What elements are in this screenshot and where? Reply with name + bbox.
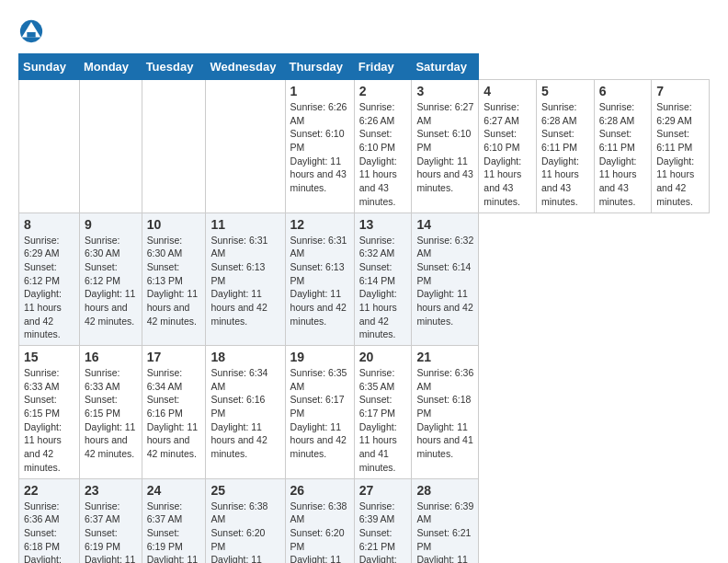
calendar-week-row: 15Sunrise: 6:33 AMSunset: 6:15 PMDayligh… (19, 346, 710, 479)
calendar-cell (19, 80, 80, 213)
day-info: Sunrise: 6:32 AMSunset: 6:14 PMDaylight:… (416, 234, 473, 328)
calendar-cell: 1Sunrise: 6:26 AMSunset: 6:10 PMDaylight… (285, 80, 354, 213)
day-info: Sunrise: 6:35 AMSunset: 6:17 PMDaylight:… (359, 366, 407, 475)
logo (18, 18, 46, 44)
day-info: Sunrise: 6:27 AMSunset: 6:10 PMDaylight:… (416, 100, 473, 195)
day-number: 24 (147, 483, 201, 498)
calendar-cell: 8Sunrise: 6:29 AMSunset: 6:12 PMDaylight… (19, 213, 80, 346)
calendar-week-row: 1Sunrise: 6:26 AMSunset: 6:10 PMDaylight… (19, 80, 710, 213)
day-number: 2 (359, 84, 407, 98)
day-info: Sunrise: 6:28 AMSunset: 6:11 PMDaylight:… (599, 100, 647, 209)
calendar-cell: 6Sunrise: 6:28 AMSunset: 6:11 PMDaylight… (594, 80, 652, 213)
day-info: Sunrise: 6:38 AMSunset: 6:20 PMDaylight:… (210, 500, 279, 564)
day-number: 9 (85, 217, 137, 232)
weekday-header: Saturday (412, 54, 479, 80)
calendar-cell: 17Sunrise: 6:34 AMSunset: 6:16 PMDayligh… (142, 346, 206, 479)
calendar-cell: 25Sunrise: 6:38 AMSunset: 6:20 PMDayligh… (206, 478, 285, 563)
day-info: Sunrise: 6:28 AMSunset: 6:11 PMDaylight:… (541, 100, 589, 209)
calendar-cell (206, 80, 285, 213)
day-info: Sunrise: 6:34 AMSunset: 6:16 PMDaylight:… (147, 366, 201, 461)
day-info: Sunrise: 6:30 AMSunset: 6:13 PMDaylight:… (147, 234, 201, 328)
day-number: 11 (210, 217, 279, 232)
calendar-cell (142, 80, 206, 213)
calendar-cell: 22Sunrise: 6:36 AMSunset: 6:18 PMDayligh… (19, 478, 80, 563)
day-info: Sunrise: 6:31 AMSunset: 6:13 PMDaylight:… (290, 234, 349, 328)
svg-rect-2 (27, 32, 35, 38)
day-info: Sunrise: 6:29 AMSunset: 6:12 PMDaylight:… (24, 234, 74, 342)
day-number: 15 (24, 350, 74, 364)
day-info: Sunrise: 6:33 AMSunset: 6:15 PMDaylight:… (85, 366, 137, 461)
calendar-cell: 18Sunrise: 6:34 AMSunset: 6:16 PMDayligh… (206, 346, 285, 479)
day-number: 21 (416, 350, 473, 364)
calendar-cell: 4Sunrise: 6:27 AMSunset: 6:10 PMDaylight… (479, 80, 537, 213)
calendar-table: SundayMondayTuesdayWednesdayThursdayFrid… (18, 53, 710, 563)
calendar-cell: 15Sunrise: 6:33 AMSunset: 6:15 PMDayligh… (19, 346, 80, 479)
day-info: Sunrise: 6:37 AMSunset: 6:19 PMDaylight:… (85, 500, 137, 564)
calendar-cell: 23Sunrise: 6:37 AMSunset: 6:19 PMDayligh… (79, 478, 142, 563)
day-number: 23 (85, 483, 137, 498)
day-number: 17 (147, 350, 201, 364)
calendar-cell: 24Sunrise: 6:37 AMSunset: 6:19 PMDayligh… (142, 478, 206, 563)
calendar-cell: 7Sunrise: 6:29 AMSunset: 6:11 PMDaylight… (652, 80, 710, 213)
day-info: Sunrise: 6:26 AMSunset: 6:10 PMDaylight:… (290, 100, 349, 195)
calendar-week-row: 22Sunrise: 6:36 AMSunset: 6:18 PMDayligh… (19, 478, 710, 563)
calendar-cell: 2Sunrise: 6:26 AMSunset: 6:10 PMDaylight… (354, 80, 412, 213)
day-number: 5 (541, 84, 589, 98)
day-number: 20 (359, 350, 407, 364)
day-number: 7 (656, 84, 704, 98)
weekday-header: Tuesday (142, 54, 206, 80)
day-number: 16 (85, 350, 137, 364)
calendar-cell: 21Sunrise: 6:36 AMSunset: 6:18 PMDayligh… (412, 346, 479, 479)
day-info: Sunrise: 6:32 AMSunset: 6:14 PMDaylight:… (359, 234, 407, 342)
day-number: 8 (24, 217, 74, 232)
day-info: Sunrise: 6:37 AMSunset: 6:19 PMDaylight:… (147, 500, 201, 564)
day-info: Sunrise: 6:33 AMSunset: 6:15 PMDaylight:… (24, 366, 74, 475)
day-number: 27 (359, 483, 407, 498)
calendar-cell: 20Sunrise: 6:35 AMSunset: 6:17 PMDayligh… (354, 346, 412, 479)
calendar-cell: 16Sunrise: 6:33 AMSunset: 6:15 PMDayligh… (79, 346, 142, 479)
calendar-cell: 27Sunrise: 6:39 AMSunset: 6:21 PMDayligh… (354, 478, 412, 563)
day-info: Sunrise: 6:36 AMSunset: 6:18 PMDaylight:… (24, 500, 74, 564)
day-info: Sunrise: 6:26 AMSunset: 6:10 PMDaylight:… (359, 100, 407, 209)
day-number: 3 (416, 84, 473, 98)
day-number: 26 (290, 483, 349, 498)
day-number: 19 (290, 350, 349, 364)
day-info: Sunrise: 6:27 AMSunset: 6:10 PMDaylight:… (483, 100, 531, 209)
day-number: 18 (210, 350, 279, 364)
page-header (18, 18, 710, 44)
calendar-cell: 28Sunrise: 6:39 AMSunset: 6:21 PMDayligh… (412, 478, 479, 563)
day-info: Sunrise: 6:39 AMSunset: 6:21 PMDaylight:… (416, 500, 473, 564)
day-number: 13 (359, 217, 407, 232)
day-info: Sunrise: 6:34 AMSunset: 6:16 PMDaylight:… (210, 366, 279, 461)
day-info: Sunrise: 6:31 AMSunset: 6:13 PMDaylight:… (210, 234, 279, 328)
day-info: Sunrise: 6:39 AMSunset: 6:21 PMDaylight:… (359, 500, 407, 564)
calendar-cell: 12Sunrise: 6:31 AMSunset: 6:13 PMDayligh… (285, 213, 354, 346)
calendar-cell: 19Sunrise: 6:35 AMSunset: 6:17 PMDayligh… (285, 346, 354, 479)
calendar-cell: 26Sunrise: 6:38 AMSunset: 6:20 PMDayligh… (285, 478, 354, 563)
calendar-cell: 10Sunrise: 6:30 AMSunset: 6:13 PMDayligh… (142, 213, 206, 346)
calendar-week-row: 8Sunrise: 6:29 AMSunset: 6:12 PMDaylight… (19, 213, 710, 346)
day-info: Sunrise: 6:36 AMSunset: 6:18 PMDaylight:… (416, 366, 473, 461)
calendar-cell (79, 80, 142, 213)
day-info: Sunrise: 6:35 AMSunset: 6:17 PMDaylight:… (290, 366, 349, 461)
day-number: 6 (599, 84, 647, 98)
day-number: 1 (290, 84, 349, 98)
day-number: 4 (483, 84, 531, 98)
calendar-cell: 5Sunrise: 6:28 AMSunset: 6:11 PMDaylight… (536, 80, 594, 213)
day-info: Sunrise: 6:38 AMSunset: 6:20 PMDaylight:… (290, 500, 349, 564)
calendar-cell: 14Sunrise: 6:32 AMSunset: 6:14 PMDayligh… (412, 213, 479, 346)
calendar-header-row: SundayMondayTuesdayWednesdayThursdayFrid… (19, 54, 710, 80)
logo-icon (18, 18, 44, 44)
day-info: Sunrise: 6:30 AMSunset: 6:12 PMDaylight:… (85, 234, 137, 328)
weekday-header: Wednesday (206, 54, 285, 80)
calendar-cell: 13Sunrise: 6:32 AMSunset: 6:14 PMDayligh… (354, 213, 412, 346)
day-info: Sunrise: 6:29 AMSunset: 6:11 PMDaylight:… (656, 100, 704, 209)
day-number: 28 (416, 483, 473, 498)
day-number: 25 (210, 483, 279, 498)
weekday-header: Thursday (285, 54, 354, 80)
day-number: 14 (416, 217, 473, 232)
day-number: 10 (147, 217, 201, 232)
day-number: 22 (24, 483, 74, 498)
calendar-cell: 9Sunrise: 6:30 AMSunset: 6:12 PMDaylight… (79, 213, 142, 346)
calendar-cell: 3Sunrise: 6:27 AMSunset: 6:10 PMDaylight… (412, 80, 479, 213)
